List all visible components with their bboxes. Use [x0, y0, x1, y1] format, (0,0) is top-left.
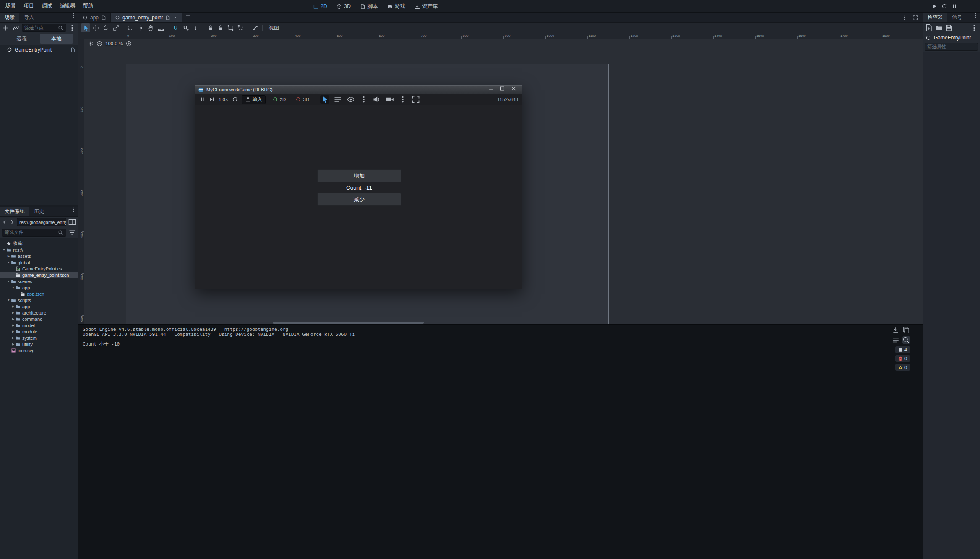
warning-count-badge[interactable]: 0	[895, 364, 910, 371]
expand-arrow-icon[interactable]: ▼	[6, 299, 11, 302]
load-resource-button[interactable]	[935, 24, 943, 32]
new-scene-tab-button[interactable]	[182, 13, 193, 18]
minimize-button[interactable]	[485, 86, 497, 91]
fs-item-icon-svg[interactable]: icon.svg	[0, 347, 78, 354]
fs-item-scenes[interactable]: ▼scenes	[0, 278, 78, 284]
run-pause-button[interactable]	[951, 3, 957, 9]
expand-arrow-icon[interactable]: ▼	[11, 286, 16, 289]
toggle-split-mode-button[interactable]	[68, 218, 76, 226]
close-button[interactable]	[508, 86, 519, 91]
expand-arrow-icon[interactable]: ▼	[6, 261, 11, 264]
menu-scene[interactable]: 场景	[2, 1, 20, 11]
speed-menu[interactable]: 1.0×	[219, 97, 228, 102]
history-forward-button[interactable]	[9, 218, 15, 226]
reset-speed-button[interactable]	[232, 96, 238, 102]
filter-files-input[interactable]: 筛选文件	[2, 229, 66, 237]
pick-options-menu[interactable]	[359, 95, 368, 104]
fs-item-scenes-app[interactable]: ▼app	[0, 284, 78, 291]
camera-options-menu[interactable]	[398, 95, 407, 104]
fs-item-global[interactable]: ▼global	[0, 259, 78, 265]
run-reload-button[interactable]	[941, 3, 947, 9]
inspector-dock-tab-0[interactable]: 检查器	[923, 13, 947, 22]
rotate-tool[interactable]	[101, 23, 110, 32]
workspace-game[interactable]: 游戏	[384, 2, 409, 11]
input-mode-button[interactable]: 输入	[242, 95, 266, 104]
new-resource-button[interactable]	[925, 24, 933, 32]
workspace-script[interactable]: 脚本	[357, 2, 381, 11]
scene-tabs-menu-button[interactable]	[900, 15, 909, 21]
current-path-field[interactable]: res://global/game_entry_p	[17, 218, 66, 226]
maximize-button[interactable]	[497, 86, 508, 91]
skeleton-menu[interactable]	[250, 23, 260, 32]
local-tab[interactable]: 本地	[40, 34, 73, 44]
history-back-button[interactable]	[2, 218, 8, 226]
distraction-free-button[interactable]	[911, 15, 920, 21]
fs-item-system[interactable]: ▶system	[0, 335, 78, 341]
ungroup-button[interactable]	[236, 23, 245, 32]
filter-nodes-input[interactable]: 筛选节点	[22, 24, 66, 32]
error-count-badge[interactable]: 0	[895, 355, 910, 362]
group-button[interactable]	[226, 23, 235, 32]
scale-tool[interactable]	[111, 23, 120, 32]
collapse-messages-button[interactable]	[892, 336, 899, 344]
suspend-button[interactable]	[199, 96, 205, 102]
select-region-tool[interactable]	[126, 23, 135, 32]
scene-tab-game_entry_point[interactable]: game_entry_point	[111, 13, 182, 22]
node-list-button[interactable]	[333, 95, 342, 104]
fs-item-res-root[interactable]: ▼res://	[0, 247, 78, 253]
filesystem-menu-button[interactable]	[69, 207, 78, 213]
fs-item-scripts-app[interactable]: ▶app	[0, 303, 78, 309]
camera-override-button[interactable]	[385, 95, 394, 104]
menu-editor[interactable]: 编辑器	[56, 1, 79, 11]
fs-item-game-entry-point-tscn[interactable]: game_entry_point.tscn	[0, 272, 78, 278]
add-node-button[interactable]	[2, 24, 10, 32]
menu-help[interactable]: 帮助	[79, 1, 97, 11]
move-tool[interactable]	[91, 23, 100, 32]
center-view-icon[interactable]	[88, 41, 94, 47]
expand-arrow-icon[interactable]: ▶	[11, 317, 16, 321]
fs-item-favorites[interactable]: 收藏:	[0, 240, 78, 247]
decrease-button[interactable]: 减少	[317, 193, 401, 206]
copy-log-button[interactable]	[902, 326, 910, 334]
workspace-2d[interactable]: 2D	[310, 2, 331, 10]
menu-debug[interactable]: 调试	[38, 1, 56, 11]
sort-files-button[interactable]	[68, 229, 76, 237]
scene-dock-menu-button[interactable]	[69, 13, 78, 18]
scene-dock-tab-1[interactable]: 导入	[19, 13, 39, 22]
fs-item-model[interactable]: ▶model	[0, 322, 78, 328]
scene-tree-menu-button[interactable]	[68, 24, 76, 32]
fs-item-gameentrypoint-cs[interactable]: C#GameEntryPoint.cs	[0, 265, 78, 272]
snap-options-menu[interactable]	[191, 23, 200, 32]
fs-item-architecture[interactable]: ▶architecture	[0, 309, 78, 316]
expand-arrow-icon[interactable]: ▶	[11, 311, 16, 315]
smart-snap-toggle[interactable]	[171, 23, 180, 32]
expand-arrow-icon[interactable]: ▼	[6, 280, 11, 283]
menu-project[interactable]: 项目	[20, 1, 38, 11]
expand-arrow-icon[interactable]: ▶	[11, 343, 16, 346]
scene-dock-tab-0[interactable]: 场景	[0, 13, 19, 22]
filter-properties-input[interactable]: 筛选属性	[925, 43, 978, 51]
resource-options-menu[interactable]	[970, 24, 978, 32]
mode-2d-button[interactable]: 2D	[269, 96, 289, 103]
inspector-dock-tab-1[interactable]: 信号	[947, 13, 967, 22]
open-script-icon[interactable]	[70, 47, 76, 52]
select-tool[interactable]	[81, 23, 90, 32]
pivot-tool[interactable]	[136, 23, 145, 32]
lock-button[interactable]	[206, 23, 215, 32]
close-tab-button[interactable]	[174, 16, 178, 20]
workspace-3d[interactable]: 3D	[333, 2, 354, 10]
filesystem-dock-tab-0[interactable]: 文件系统	[0, 207, 29, 216]
mute-audio-button[interactable]	[372, 95, 381, 104]
search-log-button[interactable]	[902, 336, 910, 344]
expand-arrow-icon[interactable]: ▶	[11, 330, 16, 333]
fs-item-utility[interactable]: ▶utility	[0, 341, 78, 347]
grid-snap-toggle[interactable]	[181, 23, 190, 32]
expand-arrow-icon[interactable]: ▶	[11, 336, 16, 340]
scene-tab-app[interactable]: app	[78, 13, 111, 22]
pan-tool[interactable]	[146, 23, 155, 32]
workspace-assetlib[interactable]: 资产库	[411, 2, 441, 11]
canvas-horizontal-scrollbar[interactable]	[273, 322, 424, 324]
game-window-titlebar[interactable]: MyGFrameworkGame (DEBUG)	[195, 86, 522, 94]
instance-scene-button[interactable]	[12, 24, 20, 32]
fs-item-assets[interactable]: ▶assets	[0, 253, 78, 259]
